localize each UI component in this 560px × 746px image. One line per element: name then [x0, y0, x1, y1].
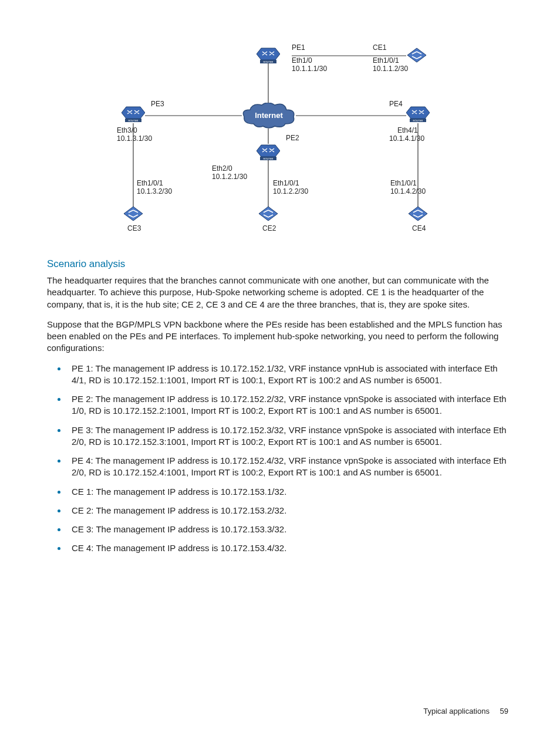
pe3-iface-label: Eth3/0: [117, 126, 137, 134]
ce1-iface-label: Eth1/0/1: [373, 56, 399, 65]
list-item: CE 2: The management IP address is 10.17…: [67, 505, 513, 517]
list-item: PE 4: The management IP address is 10.17…: [67, 455, 513, 479]
pe1-iface-label: Eth1/0: [292, 56, 312, 65]
ce1-name-label: CE1: [373, 43, 386, 52]
svg-marker-22: [259, 207, 278, 221]
pe2-name-label: PE2: [286, 134, 299, 142]
svg-marker-18: [257, 145, 280, 157]
paragraph-1: The headquarter requires that the branch…: [47, 275, 513, 310]
list-item: CE 3: The management IP address is 10.17…: [67, 524, 513, 535]
footer-section: Typical applications: [423, 707, 490, 715]
pe1-ip-label: 10.1.1.1/30: [292, 65, 327, 73]
ce3-iface-label: Eth1/0/1: [137, 179, 163, 187]
pe4-ip-label: 10.1.4.1/30: [389, 134, 424, 143]
switch-icon: [258, 205, 279, 223]
paragraph-2: Suppose that the BGP/MPLS VPN backbone w…: [47, 319, 513, 355]
ce4-iface-label: Eth1/0/1: [390, 179, 417, 187]
pe1-name-label: PE1: [292, 43, 305, 52]
svg-text:ROUTER: ROUTER: [413, 119, 423, 122]
ce2-ip-label: 10.1.2.2/30: [273, 187, 308, 195]
config-bullet-list: PE 1: The management IP address is 10.17…: [67, 363, 513, 555]
router-icon: ROUTER: [122, 106, 145, 123]
list-item: PE 1: The management IP address is 10.17…: [67, 363, 513, 387]
switch-icon: [407, 205, 429, 223]
list-item: CE 4: The management IP address is 10.17…: [67, 542, 513, 554]
ce2-iface-label: Eth1/0/1: [273, 179, 299, 187]
list-item: PE 3: The management IP address is 10.17…: [67, 424, 513, 448]
router-icon: ROUTER: [257, 47, 280, 65]
ce3-ip-label: 10.1.3.2/30: [137, 187, 172, 195]
network-diagram: Internet ROUTER PE1 Eth1/0 10.1.1.1/30 C…: [116, 41, 444, 235]
ce4-ip-label: 10.1.4.2/30: [390, 187, 426, 195]
switch-icon: [406, 47, 427, 65]
svg-marker-11: [407, 48, 426, 62]
svg-marker-23: [409, 207, 427, 221]
ce3-name-label: CE3: [127, 224, 141, 232]
svg-text:ROUTER: ROUTER: [129, 119, 139, 122]
pe3-name-label: PE3: [151, 100, 164, 108]
svg-marker-21: [124, 207, 143, 221]
pe4-iface-label: Eth4/1: [397, 126, 418, 134]
router-icon: ROUTER: [406, 106, 430, 123]
section-heading: Scenario analysis: [47, 258, 513, 270]
ce1-ip-label: 10.1.1.2/30: [373, 65, 408, 73]
list-item: PE 2: The management IP address is 10.17…: [67, 393, 513, 417]
svg-text:ROUTER: ROUTER: [264, 60, 274, 63]
svg-marker-8: [257, 48, 280, 60]
pe2-ip-label: 10.1.2.1/30: [212, 173, 247, 181]
internet-label: Internet: [255, 111, 283, 120]
list-item: CE 1: The management IP address is 10.17…: [67, 486, 513, 498]
router-icon: ROUTER: [257, 144, 280, 161]
internet-cloud-icon: Internet: [242, 103, 296, 129]
pe3-ip-label: 10.1.3.1/30: [117, 134, 152, 143]
switch-icon: [123, 205, 144, 223]
page-footer: Typical applications 59: [423, 707, 508, 715]
footer-page-number: 59: [500, 707, 508, 715]
pe2-iface-label: Eth2/0: [212, 164, 232, 173]
svg-marker-12: [122, 107, 145, 119]
svg-marker-15: [406, 107, 430, 119]
ce4-name-label: CE4: [412, 224, 426, 232]
pe4-name-label: PE4: [389, 100, 403, 108]
ce2-name-label: CE2: [262, 224, 276, 232]
svg-text:ROUTER: ROUTER: [264, 157, 274, 160]
